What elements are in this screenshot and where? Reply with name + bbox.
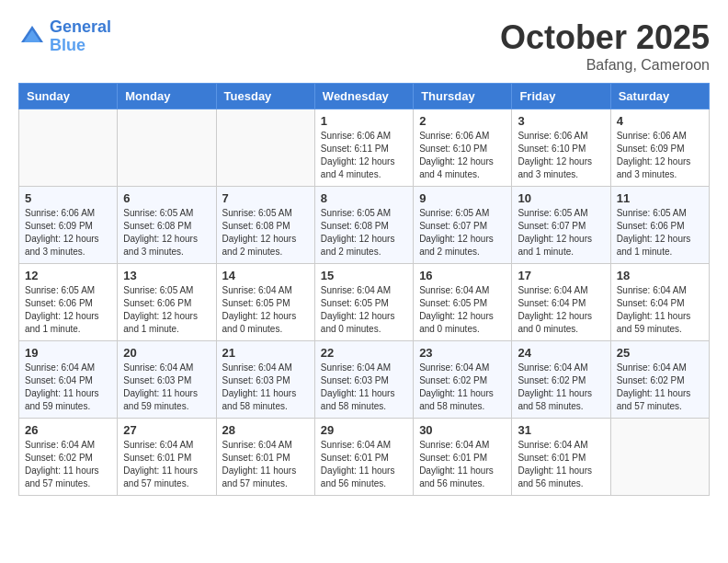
day-info: Sunrise: 6:04 AM Sunset: 6:04 PM Dayligh… [518, 284, 604, 336]
day-info: Sunrise: 6:05 AM Sunset: 6:08 PM Dayligh… [321, 207, 407, 259]
calendar-cell: 30Sunrise: 6:04 AM Sunset: 6:01 PM Dayli… [414, 419, 512, 496]
calendar-cell [216, 109, 314, 187]
weekday-header-monday: Monday [118, 84, 216, 109]
day-info: Sunrise: 6:04 AM Sunset: 6:01 PM Dayligh… [321, 439, 407, 490]
page-header: General Blue October 2025 Bafang, Camero… [18, 18, 710, 74]
day-number: 21 [222, 346, 309, 360]
weekday-header-wednesday: Wednesday [314, 84, 413, 109]
day-number: 24 [518, 346, 604, 360]
day-number: 22 [321, 346, 407, 360]
calendar-cell: 16Sunrise: 6:04 AM Sunset: 6:05 PM Dayli… [414, 264, 512, 341]
logo-icon [18, 23, 46, 51]
day-number: 14 [222, 269, 309, 282]
day-info: Sunrise: 6:05 AM Sunset: 6:06 PM Dayligh… [123, 284, 210, 336]
calendar-cell: 7Sunrise: 6:05 AM Sunset: 6:08 PM Daylig… [216, 187, 314, 264]
day-number: 28 [222, 423, 309, 437]
day-info: Sunrise: 6:06 AM Sunset: 6:11 PM Dayligh… [321, 130, 407, 181]
calendar-cell: 10Sunrise: 6:05 AM Sunset: 6:07 PM Dayli… [512, 187, 610, 264]
day-info: Sunrise: 6:06 AM Sunset: 6:10 PM Dayligh… [518, 130, 604, 181]
day-number: 26 [25, 423, 111, 437]
day-number: 23 [419, 346, 506, 360]
day-number: 5 [25, 191, 111, 205]
calendar-cell: 19Sunrise: 6:04 AM Sunset: 6:04 PM Dayli… [19, 341, 118, 419]
day-info: Sunrise: 6:04 AM Sunset: 6:03 PM Dayligh… [222, 362, 309, 413]
day-info: Sunrise: 6:04 AM Sunset: 6:03 PM Dayligh… [123, 362, 210, 413]
calendar-cell [610, 419, 709, 496]
calendar-week-row: 26Sunrise: 6:04 AM Sunset: 6:02 PM Dayli… [19, 419, 710, 496]
day-info: Sunrise: 6:04 AM Sunset: 6:02 PM Dayligh… [419, 362, 506, 413]
day-number: 29 [321, 423, 407, 437]
location: Bafang, Cameroon [500, 57, 710, 74]
calendar-cell: 5Sunrise: 6:06 AM Sunset: 6:09 PM Daylig… [19, 187, 118, 264]
calendar-table: SundayMondayTuesdayWednesdayThursdayFrid… [18, 83, 710, 496]
calendar-cell: 4Sunrise: 6:06 AM Sunset: 6:09 PM Daylig… [610, 109, 709, 187]
day-info: Sunrise: 6:05 AM Sunset: 6:06 PM Dayligh… [25, 284, 111, 336]
day-number: 8 [321, 191, 407, 205]
day-info: Sunrise: 6:04 AM Sunset: 6:05 PM Dayligh… [222, 284, 309, 336]
calendar-cell: 18Sunrise: 6:04 AM Sunset: 6:04 PM Dayli… [610, 264, 709, 341]
day-number: 30 [419, 423, 506, 437]
day-number: 4 [617, 114, 703, 128]
day-info: Sunrise: 6:06 AM Sunset: 6:09 PM Dayligh… [617, 130, 703, 181]
calendar-cell: 21Sunrise: 6:04 AM Sunset: 6:03 PM Dayli… [216, 341, 314, 419]
calendar-cell: 25Sunrise: 6:04 AM Sunset: 6:02 PM Dayli… [610, 341, 709, 419]
logo: General Blue [18, 18, 111, 55]
day-number: 15 [321, 269, 407, 282]
day-info: Sunrise: 6:04 AM Sunset: 6:03 PM Dayligh… [321, 362, 407, 413]
calendar-cell: 26Sunrise: 6:04 AM Sunset: 6:02 PM Dayli… [19, 419, 118, 496]
title-block: October 2025 Bafang, Cameroon [500, 18, 710, 74]
weekday-header-tuesday: Tuesday [216, 84, 314, 109]
day-info: Sunrise: 6:04 AM Sunset: 6:04 PM Dayligh… [617, 284, 703, 336]
day-number: 20 [123, 346, 210, 360]
day-number: 12 [25, 269, 111, 282]
day-number: 18 [617, 269, 703, 282]
day-info: Sunrise: 6:06 AM Sunset: 6:09 PM Dayligh… [25, 207, 111, 259]
day-info: Sunrise: 6:04 AM Sunset: 6:01 PM Dayligh… [419, 439, 506, 490]
calendar-cell: 8Sunrise: 6:05 AM Sunset: 6:08 PM Daylig… [314, 187, 413, 264]
day-info: Sunrise: 6:05 AM Sunset: 6:08 PM Dayligh… [123, 207, 210, 259]
day-number: 31 [518, 423, 604, 437]
calendar-cell: 2Sunrise: 6:06 AM Sunset: 6:10 PM Daylig… [414, 109, 512, 187]
calendar-cell: 3Sunrise: 6:06 AM Sunset: 6:10 PM Daylig… [512, 109, 610, 187]
calendar-cell: 6Sunrise: 6:05 AM Sunset: 6:08 PM Daylig… [118, 187, 216, 264]
weekday-header-saturday: Saturday [610, 84, 709, 109]
day-info: Sunrise: 6:05 AM Sunset: 6:07 PM Dayligh… [518, 207, 604, 259]
weekday-header-row: SundayMondayTuesdayWednesdayThursdayFrid… [19, 84, 710, 109]
day-info: Sunrise: 6:05 AM Sunset: 6:06 PM Dayligh… [617, 207, 703, 259]
calendar-cell: 20Sunrise: 6:04 AM Sunset: 6:03 PM Dayli… [118, 341, 216, 419]
day-number: 13 [123, 269, 210, 282]
day-info: Sunrise: 6:04 AM Sunset: 6:02 PM Dayligh… [617, 362, 703, 413]
weekday-header-friday: Friday [512, 84, 610, 109]
day-number: 25 [617, 346, 703, 360]
day-number: 1 [321, 114, 407, 128]
day-number: 11 [617, 191, 703, 205]
calendar-cell: 23Sunrise: 6:04 AM Sunset: 6:02 PM Dayli… [414, 341, 512, 419]
calendar-cell: 11Sunrise: 6:05 AM Sunset: 6:06 PM Dayli… [610, 187, 709, 264]
weekday-header-thursday: Thursday [414, 84, 512, 109]
day-number: 19 [25, 346, 111, 360]
calendar-week-row: 1Sunrise: 6:06 AM Sunset: 6:11 PM Daylig… [19, 109, 710, 187]
day-info: Sunrise: 6:04 AM Sunset: 6:05 PM Dayligh… [321, 284, 407, 336]
day-info: Sunrise: 6:04 AM Sunset: 6:01 PM Dayligh… [518, 439, 604, 490]
day-info: Sunrise: 6:04 AM Sunset: 6:02 PM Dayligh… [518, 362, 604, 413]
logo-text: General Blue [50, 18, 111, 55]
day-info: Sunrise: 6:04 AM Sunset: 6:01 PM Dayligh… [123, 439, 210, 490]
calendar-cell: 12Sunrise: 6:05 AM Sunset: 6:06 PM Dayli… [19, 264, 118, 341]
day-info: Sunrise: 6:05 AM Sunset: 6:08 PM Dayligh… [222, 207, 309, 259]
day-number: 2 [419, 114, 506, 128]
calendar-cell: 17Sunrise: 6:04 AM Sunset: 6:04 PM Dayli… [512, 264, 610, 341]
calendar-cell: 31Sunrise: 6:04 AM Sunset: 6:01 PM Dayli… [512, 419, 610, 496]
calendar-cell: 9Sunrise: 6:05 AM Sunset: 6:07 PM Daylig… [414, 187, 512, 264]
day-number: 27 [123, 423, 210, 437]
calendar-cell: 13Sunrise: 6:05 AM Sunset: 6:06 PM Dayli… [118, 264, 216, 341]
calendar-cell: 22Sunrise: 6:04 AM Sunset: 6:03 PM Dayli… [314, 341, 413, 419]
day-info: Sunrise: 6:04 AM Sunset: 6:04 PM Dayligh… [25, 362, 111, 413]
calendar-cell: 15Sunrise: 6:04 AM Sunset: 6:05 PM Dayli… [314, 264, 413, 341]
calendar-cell: 28Sunrise: 6:04 AM Sunset: 6:01 PM Dayli… [216, 419, 314, 496]
day-number: 3 [518, 114, 604, 128]
month-title: October 2025 [500, 18, 710, 57]
weekday-header-sunday: Sunday [19, 84, 118, 109]
day-number: 9 [419, 191, 506, 205]
day-info: Sunrise: 6:04 AM Sunset: 6:01 PM Dayligh… [222, 439, 309, 490]
calendar-week-row: 12Sunrise: 6:05 AM Sunset: 6:06 PM Dayli… [19, 264, 710, 341]
